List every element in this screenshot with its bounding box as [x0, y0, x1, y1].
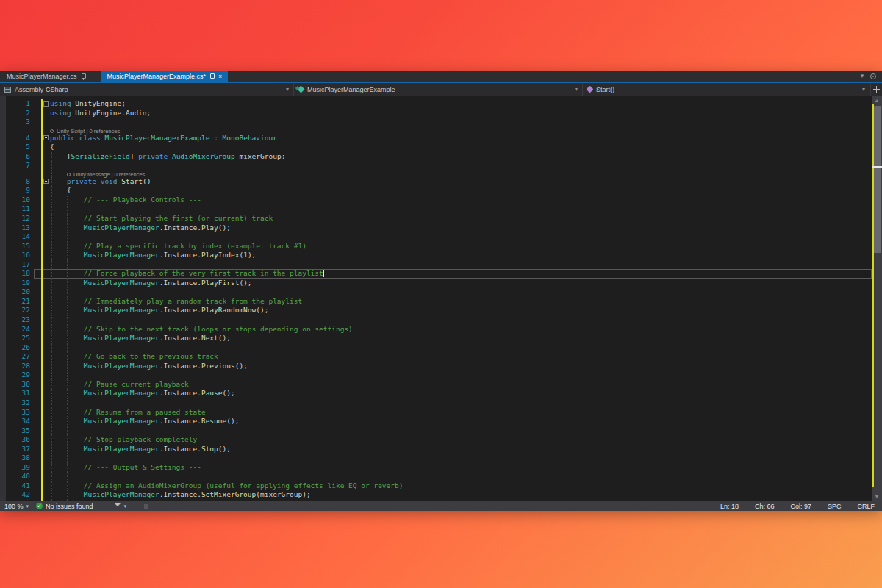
line-number[interactable]: 12 — [0, 214, 34, 223]
code-line[interactable]: 21 // Immediately play a random track fr… — [0, 297, 872, 306]
line-number[interactable]: 23 — [0, 315, 34, 325]
codelens-row[interactable]: Unity Script | 0 references — [0, 127, 872, 134]
code-text[interactable]: // Resume from a paused state — [50, 408, 872, 417]
code-text[interactable]: using UnityEngine; — [50, 99, 872, 109]
line-number[interactable]: 29 — [0, 370, 34, 380]
line-number[interactable]: 33 — [0, 408, 34, 417]
code-line[interactable]: 7 — [0, 161, 872, 171]
line-number[interactable]: 6 — [0, 152, 34, 162]
line-number[interactable]: 26 — [0, 343, 34, 353]
type-dropdown[interactable]: MusicPlayerManagerExample ▾ — [294, 83, 583, 96]
code-text[interactable] — [50, 118, 872, 127]
line-number[interactable]: 42 — [0, 490, 34, 500]
vertical-scrollbar[interactable]: ▲ ▼ — [872, 96, 882, 501]
fold-collapse-icon[interactable] — [43, 135, 49, 140]
line-number[interactable]: 30 — [0, 380, 34, 390]
code-text[interactable] — [50, 260, 872, 270]
code-line[interactable]: 18 // Force playback of the very first t… — [0, 269, 872, 279]
chevron-down-icon[interactable]: ▾ — [862, 86, 865, 93]
code-line[interactable]: 20 — [0, 287, 872, 297]
code-line[interactable]: 13 MusicPlayerManager.Instance.Play(); — [0, 223, 872, 233]
line-number[interactable]: 22 — [0, 306, 34, 315]
line-number[interactable]: 24 — [0, 325, 34, 334]
code-text[interactable]: [SerializeField] private AudioMixerGroup… — [50, 152, 872, 162]
code-line[interactable]: 8 private void Start() — [0, 177, 872, 187]
line-number[interactable]: 43 — [0, 500, 34, 501]
code-line[interactable]: 9 { — [0, 186, 872, 196]
code-text[interactable]: public class MusicPlayerManagerExample :… — [50, 134, 872, 143]
code-text[interactable]: MusicPlayerManager.Instance.Next(); — [50, 334, 872, 343]
code-line[interactable]: 5{ — [0, 143, 872, 152]
code-text[interactable]: MusicPlayerManager.Instance.SetMixerGrou… — [50, 490, 872, 500]
line-number[interactable]: 15 — [0, 242, 34, 251]
code-text[interactable]: // --- Playback Controls --- — [50, 196, 872, 205]
fold-collapse-icon[interactable] — [43, 101, 49, 107]
code-line[interactable]: 40 — [0, 472, 872, 481]
code-text[interactable]: // Assign an AudioMixerGroup (useful for… — [50, 481, 872, 491]
line-number[interactable]: 32 — [0, 398, 34, 408]
line-number[interactable] — [0, 171, 34, 177]
chevron-down-icon[interactable]: ▾ — [286, 86, 289, 93]
code-text[interactable]: MusicPlayerManager.Instance.Resume(); — [50, 417, 872, 426]
line-number[interactable]: 37 — [0, 445, 34, 454]
line-ending-indicator[interactable]: CRLF — [857, 503, 875, 510]
line-number[interactable]: 3 — [0, 118, 34, 127]
line-number[interactable]: 9 — [0, 186, 34, 196]
code-line[interactable]: 11 — [0, 204, 872, 214]
code-line[interactable]: 17 — [0, 260, 872, 270]
code-text[interactable]: // Stop playback completely — [50, 435, 872, 445]
code-text[interactable] — [50, 370, 872, 380]
code-line[interactable]: 25 MusicPlayerManager.Instance.Next(); — [0, 334, 872, 343]
project-dropdown[interactable]: Assembly-CSharp ▾ — [0, 83, 294, 96]
code-line[interactable]: 39 // --- Output & Settings --- — [0, 463, 872, 473]
code-text[interactable]: // Pause current playback — [50, 380, 872, 390]
code-text[interactable] — [50, 287, 872, 297]
code-text[interactable]: // Go back to the previous track — [50, 352, 872, 362]
code-line[interactable]: 19 MusicPlayerManager.Instance.PlayFirst… — [0, 279, 872, 288]
code-text[interactable] — [50, 161, 872, 171]
code-text[interactable]: MusicPlayerManager.Instance.PlayRandomNo… — [50, 306, 872, 315]
code-text[interactable]: // --- Output & Settings --- — [50, 463, 872, 473]
code-line[interactable]: 22 MusicPlayerManager.Instance.PlayRando… — [0, 306, 872, 315]
codelens-text[interactable]: Unity Message | 0 references — [50, 171, 872, 177]
code-line[interactable]: 32 — [0, 398, 872, 408]
code-text[interactable]: { — [50, 143, 872, 152]
code-line[interactable]: 36 // Stop playback completely — [0, 435, 872, 445]
code-text[interactable]: MusicPlayerManager.Instance.PlayFirst(); — [50, 279, 872, 288]
line-number[interactable]: 39 — [0, 463, 34, 473]
line-number[interactable]: 2 — [0, 109, 34, 118]
code-text[interactable]: // Immediately play a random track from … — [50, 297, 872, 306]
line-number[interactable]: 19 — [0, 279, 34, 288]
code-line[interactable]: 4public class MusicPlayerManagerExample … — [0, 134, 872, 143]
code-line[interactable]: 6 [SerializeField] private AudioMixerGro… — [0, 152, 872, 162]
code-line[interactable]: 41 // Assign an AudioMixerGroup (useful … — [0, 481, 872, 491]
line-number[interactable]: 28 — [0, 362, 34, 371]
code-line[interactable]: 27 // Go back to the previous track — [0, 352, 872, 362]
code-text[interactable]: // Skip to the next track (loops or stop… — [50, 325, 872, 334]
pin-icon[interactable] — [81, 74, 86, 80]
line-number[interactable]: 17 — [0, 260, 34, 270]
code-line[interactable]: 34 MusicPlayerManager.Instance.Resume(); — [0, 417, 872, 426]
code-text[interactable] — [50, 398, 872, 408]
code-line[interactable]: 10 // --- Playback Controls --- — [0, 196, 872, 205]
code-text[interactable]: private void Start() — [50, 177, 872, 187]
code-line[interactable]: 12 // Start playing the first (or curren… — [0, 214, 872, 223]
code-text[interactable]: MusicPlayerManager.Instance.PlayIndex(1)… — [50, 251, 872, 260]
line-number[interactable]: 35 — [0, 426, 34, 436]
code-line[interactable]: 29 — [0, 370, 872, 380]
line-number[interactable]: 20 — [0, 287, 34, 297]
code-line[interactable]: 43 — [0, 500, 872, 501]
char-indicator[interactable]: Ch: 66 — [755, 503, 775, 510]
code-text[interactable] — [50, 472, 872, 481]
code-text[interactable]: // Start playing the first (or current) … — [50, 214, 872, 223]
line-number[interactable]: 31 — [0, 389, 34, 398]
line-number[interactable] — [0, 127, 34, 134]
code-line[interactable]: 30 // Pause current playback — [0, 380, 872, 390]
line-number[interactable]: 18 — [0, 269, 34, 279]
code-line[interactable]: 28 MusicPlayerManager.Instance.Previous(… — [0, 362, 872, 371]
code-line[interactable]: 2using UnityEngine.Audio; — [0, 109, 872, 118]
codelens-icon[interactable] — [50, 129, 54, 133]
scrollbar-thumb[interactable] — [874, 106, 881, 253]
scrollbar-up-arrow-icon[interactable]: ▲ — [872, 96, 882, 104]
code-text[interactable]: MusicPlayerManager.Instance.Stop(); — [50, 445, 872, 454]
